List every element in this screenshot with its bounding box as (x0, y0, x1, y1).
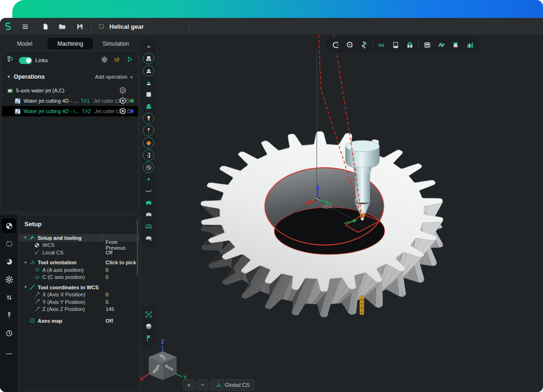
control-panel-icon[interactable] (421, 40, 433, 51)
surface-icon[interactable] (142, 209, 155, 220)
open-file-icon[interactable] (56, 20, 68, 33)
property-value[interactable]: 0 (106, 267, 108, 273)
scrollbar[interactable] (137, 219, 138, 276)
chevron-down-icon[interactable]: ▼ (24, 285, 29, 289)
collapse-up-icon[interactable] (142, 41, 155, 52)
property-value[interactable]: 0 (106, 292, 108, 297)
tool-disc-icon[interactable] (2, 254, 16, 269)
titlebar: Helical gear (0, 18, 543, 35)
property-value[interactable]: Click to pick (106, 260, 136, 265)
flag-icon[interactable] (142, 332, 155, 344)
tool-tip-point (361, 218, 364, 220)
op-waterjet-icon (14, 108, 21, 115)
curve-icon[interactable] (142, 185, 155, 197)
rotate-icon (29, 260, 36, 266)
tool-head-icon[interactable] (143, 137, 154, 148)
sheet-icon[interactable] (390, 40, 401, 51)
setup-property-row[interactable]: C (C axis position) 0 (19, 274, 139, 281)
tool-drill-icon[interactable] (143, 125, 154, 136)
setup-property-row[interactable]: X (Axis X Position) 0 (19, 291, 139, 299)
tab-icon[interactable] (95, 20, 107, 33)
settings-gear-icon[interactable] (101, 56, 108, 65)
add-cs-button[interactable]: + (183, 379, 195, 391)
property-label: Tool coordinates in WCS (38, 285, 139, 290)
workpiece-icon[interactable] (142, 100, 155, 112)
group-indicator-icon[interactable] (119, 87, 126, 94)
add-operation-button[interactable]: Add operation▼ (95, 74, 133, 80)
titlebar-separator (91, 22, 91, 31)
clamp-icon[interactable] (143, 149, 154, 161)
setup-property-row[interactable]: WCS From Previous (19, 242, 139, 249)
setup-property-row[interactable]: Z (Axis Z Position) 145 (19, 306, 139, 313)
mode-tabs: Model Machining Simulation (2, 38, 139, 49)
rotate-c-icon (34, 274, 41, 280)
workpiece-small-icon[interactable] (142, 77, 155, 89)
property-value[interactable]: 0 (106, 299, 108, 305)
setup-property-row[interactable]: A (A axis position) 0 (19, 266, 139, 274)
feed-rate-icon[interactable] (2, 326, 16, 340)
tab-simulation[interactable]: Simulation (93, 38, 139, 49)
settings-icon[interactable] (2, 272, 16, 286)
sort-arrows-icon[interactable] (2, 290, 16, 304)
statistics-icon[interactable] (464, 40, 475, 51)
postprocessor-icon[interactable] (113, 56, 121, 65)
operation-link-indicator[interactable] (119, 107, 126, 114)
wcs-icon[interactable] (2, 219, 16, 233)
global-cs-button[interactable]: Global CS (210, 379, 255, 391)
tool-table-icon[interactable] (404, 40, 415, 51)
operation-link-indicator[interactable] (119, 97, 126, 104)
operation-row[interactable]: Water jet cutting 4D - ... T#1 Jet cutte… (2, 96, 138, 106)
cs-dropdown-button[interactable] (197, 379, 208, 391)
rotate-a-icon (34, 267, 41, 273)
operation-row[interactable]: Water jet cutting 4D - i... T#2 Jet cutt… (2, 106, 138, 116)
setup-property-row[interactable]: ▼ Tool coordinates in WCS (19, 284, 139, 291)
setup-property-row[interactable]: Local CS Off (19, 249, 139, 256)
axis-z-label: Z (161, 339, 165, 344)
stock-box-icon[interactable] (142, 89, 155, 100)
save-icon[interactable] (74, 20, 86, 33)
layers-icon[interactable] (450, 40, 461, 51)
shading-sphere-icon[interactable] (142, 320, 155, 332)
operations-header[interactable]: ▼ Operations Add operation▼ (2, 71, 138, 82)
tab-machining[interactable]: Machining (48, 38, 93, 49)
run-simulation-icon[interactable] (126, 56, 133, 65)
selection-box-icon[interactable] (2, 237, 16, 251)
machine-icon[interactable] (143, 53, 154, 64)
property-value[interactable]: 0 (106, 274, 108, 280)
surface-selected-icon[interactable] (142, 197, 155, 209)
links-toggle[interactable] (19, 57, 32, 64)
spindle-icon[interactable] (2, 308, 16, 322)
property-value[interactable]: Off (106, 250, 112, 255)
chevron-down-icon[interactable]: ▼ (24, 261, 29, 265)
caliper-icon[interactable] (358, 40, 370, 51)
mesh-surface-icon[interactable] (142, 220, 155, 232)
setup-property-row[interactable]: Axes map Off (19, 317, 139, 325)
property-value[interactable]: 145 (106, 306, 114, 312)
wrench-icon (29, 235, 36, 241)
axes-map-icon (29, 318, 36, 324)
property-label: Y (Axis Y Position) (42, 299, 139, 305)
radius-measure-icon[interactable] (330, 40, 341, 51)
chevron-down-icon[interactable]: ▼ (24, 236, 29, 240)
operation-row[interactable]: 5-axis water jet (A,C) (2, 85, 138, 96)
new-file-icon[interactable] (39, 20, 51, 33)
operation-name: Water jet cutting 4D - i... (24, 108, 79, 114)
distance-measure-icon[interactable] (344, 40, 355, 51)
property-value[interactable]: Off (106, 318, 113, 324)
menu-icon[interactable] (19, 20, 31, 33)
solid-body-icon[interactable] (142, 232, 155, 244)
setup-property-row[interactable]: Y (Axis Y Position) 0 (19, 298, 139, 306)
fixture-icon[interactable] (143, 65, 154, 76)
cs-bottom-bar: + Global CS (183, 379, 255, 391)
caret-down-icon: ▼ (130, 75, 133, 80)
more-icon[interactable] (2, 347, 16, 361)
setup-property-row[interactable]: ▼ Tool orientation Click to pick (19, 259, 139, 267)
signal-wave-icon[interactable] (436, 40, 447, 51)
nc-code-icon[interactable]: N1 (376, 40, 387, 51)
fit-view-icon[interactable] (142, 309, 155, 320)
app-logo[interactable] (2, 20, 14, 33)
tab-model[interactable]: Model (2, 38, 48, 49)
point-icon[interactable] (142, 173, 155, 185)
tool-tip-icon[interactable] (143, 113, 154, 124)
mesh-sphere-icon[interactable] (143, 162, 154, 173)
